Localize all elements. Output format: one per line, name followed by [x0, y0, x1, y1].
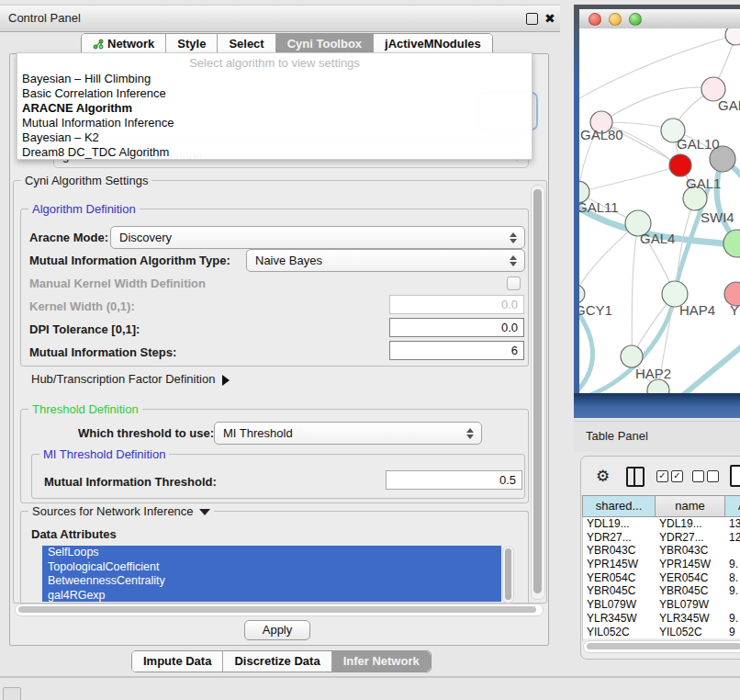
cell-name[interactable]: YDL19...: [656, 517, 725, 531]
cell-value[interactable]: 12: [725, 531, 740, 545]
hub-definition-toggle[interactable]: Hub/Transcription Factor Definition: [31, 372, 230, 386]
tab-style[interactable]: Style: [166, 34, 218, 54]
attributes-vscrollbar[interactable]: [502, 546, 514, 604]
tab-infer-network[interactable]: Infer Network: [332, 651, 431, 672]
tab-select[interactable]: Select: [218, 34, 275, 54]
cell-value[interactable]: 8.: [725, 571, 740, 585]
settings-hscrollbar[interactable]: [15, 604, 544, 616]
cell-shared-name[interactable]: YIL052C: [583, 626, 656, 639]
cell-name[interactable]: YLR345W: [656, 612, 725, 626]
minimize-traffic-light[interactable]: [609, 13, 622, 26]
node[interactable]: [725, 28, 740, 45]
attributes-vscrollbar-thumb[interactable]: [505, 548, 511, 600]
cell-shared-name[interactable]: YPR145W: [583, 558, 656, 571]
zoom-traffic-light[interactable]: [629, 13, 642, 26]
list-item[interactable]: SelfLoops: [42, 546, 501, 560]
table-row[interactable]: YDL19...YDL19...13: [583, 517, 740, 531]
table-hscrollbar-thumb[interactable]: [587, 643, 740, 649]
cell-value[interactable]: 9.: [725, 558, 740, 571]
export-table-icon[interactable]: [730, 465, 740, 487]
spinner-arrows-icon: [506, 255, 524, 266]
table-row[interactable]: YBR043CYBR043C: [583, 544, 740, 558]
cell-shared-name[interactable]: YER054C: [583, 571, 656, 585]
tab-impute-data[interactable]: Impute Data: [132, 651, 223, 672]
gear-icon[interactable]: ⚙: [596, 468, 610, 486]
hub-definition-label: Hub/Transcription Factor Definition: [31, 372, 215, 386]
table-row[interactable]: YPR145WYPR145W9.: [583, 558, 740, 571]
columns-icon[interactable]: [626, 467, 645, 487]
close-icon[interactable]: ✖: [544, 13, 555, 25]
node-hap2[interactable]: [621, 345, 643, 367]
table-row[interactable]: YBL079WYBL079W: [583, 598, 740, 612]
manual-kernel-width-checkbox[interactable]: [507, 277, 521, 290]
dropdown-item[interactable]: Mutual Information Inference: [17, 116, 532, 130]
mi-steps-field[interactable]: 6: [389, 341, 524, 360]
collapsed-panel-button[interactable]: [3, 687, 21, 700]
cell-value[interactable]: 9.: [725, 584, 740, 598]
float-window-icon[interactable]: [526, 13, 538, 25]
cell-name[interactable]: YER054C: [656, 571, 725, 585]
tab-discretize-data[interactable]: Discretize Data: [223, 651, 331, 672]
which-threshold-combo[interactable]: MI Threshold: [214, 422, 482, 445]
dpi-tolerance-field[interactable]: 0.0: [389, 318, 524, 337]
apply-button[interactable]: Apply: [244, 620, 310, 640]
cell-shared-name[interactable]: YLR345W: [583, 612, 656, 626]
tab-jactivemnodules[interactable]: jActiveMNodules: [374, 34, 492, 54]
table-row[interactable]: YBR045CYBR045C9.: [583, 584, 740, 598]
kernel-width-field[interactable]: 0.0: [389, 295, 524, 314]
cell-name[interactable]: YBR043C: [656, 544, 725, 558]
cell-name[interactable]: YIL052C: [656, 626, 725, 639]
data-attributes-list[interactable]: SelfLoops TopologicalCoefficient Between…: [42, 546, 501, 602]
table-hscrollbar[interactable]: [583, 640, 740, 653]
cell-value[interactable]: 13: [725, 517, 740, 531]
list-item[interactable]: BetweennessCentrality: [42, 574, 501, 589]
cell-name[interactable]: YBR045C: [656, 584, 725, 598]
mi-algorithm-type-combo[interactable]: Naive Bayes: [246, 249, 525, 272]
node-label: HAP4: [679, 302, 715, 318]
column-header-name[interactable]: name: [656, 496, 725, 516]
network-canvas[interactable]: GAL GAL80 GAL10 GAL1 GAL11 SWI4 GAL4 GCY…: [579, 28, 740, 393]
dropdown-item[interactable]: Basic Correlation Inference: [17, 86, 532, 101]
cell-name[interactable]: YBL079W: [656, 598, 725, 612]
aracne-mode-combo[interactable]: Discovery: [110, 226, 525, 249]
cell-value[interactable]: 9: [725, 626, 740, 639]
tab-network[interactable]: Network: [82, 34, 166, 54]
dropdown-item-highlighted[interactable]: ARACNE Algorithm: [17, 101, 532, 116]
cell-name[interactable]: YDR27...: [656, 531, 725, 545]
cell-shared-name[interactable]: YBL079W: [583, 598, 656, 612]
cell-shared-name[interactable]: YBR045C: [583, 584, 656, 598]
cell-shared-name[interactable]: YBR043C: [583, 544, 656, 558]
sources-title[interactable]: Sources for Network Inference: [28, 504, 214, 518]
select-all-icon[interactable]: ✓✓: [656, 470, 683, 482]
dropdown-item[interactable]: Bayesian – Hill Climbing: [17, 72, 532, 86]
cell-shared-name[interactable]: YDR27...: [583, 531, 656, 545]
cell-value[interactable]: 9.: [725, 612, 740, 626]
mi-threshold-field[interactable]: 0.5: [386, 470, 522, 490]
dropdown-item[interactable]: Dream8 DC_TDC Algorithm: [17, 145, 532, 160]
settings-vscrollbar[interactable]: [531, 185, 545, 600]
cell-value[interactable]: [725, 598, 740, 612]
settings-hscrollbar-thumb[interactable]: [18, 606, 536, 613]
network-window-titlebar[interactable]: [579, 9, 740, 29]
list-item[interactable]: TopologicalCoefficient: [42, 560, 501, 575]
cell-name[interactable]: YPR145W: [656, 558, 725, 571]
table-row[interactable]: YIL052CYIL052C9: [583, 626, 740, 639]
node-gal1-selected[interactable]: [669, 154, 691, 176]
cell-value[interactable]: [725, 544, 740, 558]
column-header-shared-name[interactable]: shared...: [583, 496, 656, 516]
tab-cyni-toolbox[interactable]: Cyni Toolbox: [276, 34, 374, 54]
node-green[interactable]: [723, 230, 740, 257]
cell-shared-name[interactable]: YDL19...: [583, 517, 656, 531]
close-traffic-light[interactable]: [589, 13, 601, 26]
checked-box-icon: ✓: [656, 470, 668, 482]
column-header-partial[interactable]: A: [725, 496, 740, 516]
table-row[interactable]: YLR345WYLR345W9.: [583, 612, 740, 626]
table-row[interactable]: YDR27...YDR27...12: [583, 531, 740, 545]
deselect-all-icon[interactable]: [692, 470, 719, 482]
table-row[interactable]: YER054CYER054C8.: [583, 571, 740, 585]
list-item[interactable]: gal4RGexp: [42, 589, 501, 603]
dropdown-item[interactable]: Bayesian – K2: [17, 130, 532, 145]
settings-vscrollbar-thumb[interactable]: [533, 189, 542, 593]
node[interactable]: [647, 379, 669, 393]
node-gcy1[interactable]: [579, 285, 585, 303]
